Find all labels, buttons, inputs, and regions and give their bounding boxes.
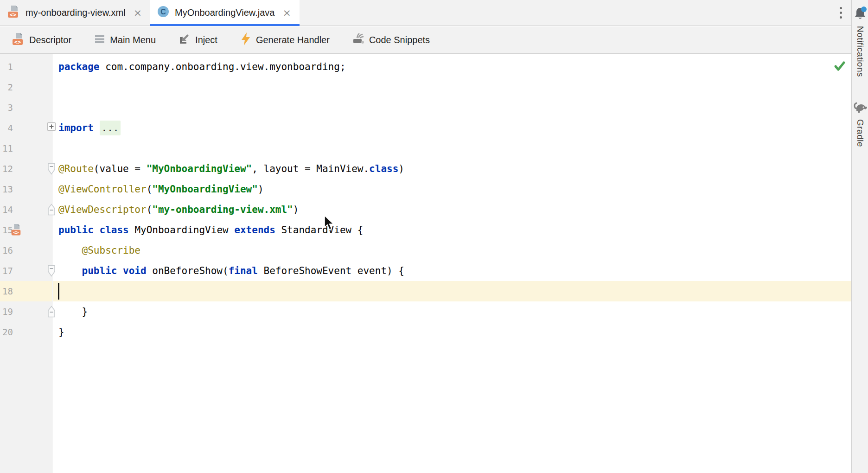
stripe-item-notifications[interactable]: Notifications [853, 6, 867, 77]
toolbar-inject-button[interactable]: Inject [178, 32, 217, 48]
gutter-row: 12 [0, 159, 52, 179]
snippets-icon [352, 32, 365, 48]
line-number: 4 [0, 118, 13, 138]
tab-myonboardingview-java[interactable]: C MyOnboardingView.java × [150, 0, 300, 26]
descriptor-file-icon: <> [11, 32, 25, 48]
code-token: ( [147, 184, 153, 195]
line-number: 18 [0, 281, 13, 301]
stripe-label: Gradle [855, 119, 865, 147]
code-line-11[interactable] [53, 138, 851, 159]
gutter-row: 20 [0, 322, 52, 342]
line-number: 1 [0, 57, 13, 77]
code-token: import [58, 122, 100, 134]
code-line-4[interactable]: import ... [53, 118, 851, 138]
code-token: BeforeShowEvent event) { [264, 265, 404, 276]
line-number: 19 [0, 301, 13, 322]
fold-marker-plus-box-icon[interactable] [47, 122, 56, 133]
code-token: @ViewController [58, 184, 147, 195]
code-line-14[interactable]: @ViewDescriptor("my-onboarding-view.xml"… [53, 199, 851, 220]
code-token: public class [58, 224, 134, 236]
code-token: public void [82, 265, 153, 276]
descriptor-file-icon[interactable]: <> [11, 223, 21, 238]
code-token [58, 245, 82, 256]
code-token: "my-onboarding-view.xml" [152, 204, 293, 215]
line-number: 2 [0, 77, 13, 97]
code-line-1[interactable]: package com.company.onboarding.view.myon… [53, 57, 851, 77]
code-token: "MyOnboardingView" [147, 163, 252, 174]
line-number: 13 [0, 179, 13, 199]
stripe-item-gradle[interactable]: Gradle [853, 101, 868, 147]
code-line-13[interactable]: @ViewController("MyOnboardingView") [53, 179, 851, 199]
code-line-18[interactable] [53, 281, 851, 301]
code-token: ) [398, 163, 404, 174]
tab-label: MyOnboardingView.java [175, 7, 274, 18]
right-toolwindow-stripe: Notifications Gradle [851, 0, 868, 473]
lightning-icon [240, 32, 252, 48]
toolbar-descriptor-button[interactable]: <> Descriptor [11, 32, 71, 48]
gutter-row: 2 [0, 77, 52, 97]
tab-label: my-onboarding-view.xml [26, 7, 126, 18]
line-number: 16 [0, 240, 13, 261]
code-line-12[interactable]: @Route(value = "MyOnboardingView", layou… [53, 159, 851, 179]
fold-marker-region-end-icon[interactable] [47, 204, 56, 218]
svg-text:<>: <> [13, 230, 19, 235]
gutter-row: 4 [0, 118, 52, 138]
line-number: 12 [0, 159, 13, 179]
code-token: package [58, 61, 105, 72]
code-line-20[interactable]: } [53, 322, 851, 342]
toolbar-main-menu-button[interactable]: Main Menu [94, 33, 156, 47]
code-token: extends [234, 224, 281, 236]
toolbar-code-snippets-button[interactable]: Code Snippets [352, 32, 430, 48]
code-line-15[interactable]: public class MyOnboardingView extends St… [53, 220, 851, 240]
gutter-row: 18 [0, 281, 52, 301]
line-number: 11 [0, 138, 13, 159]
code-token: onBeforeShow( [152, 265, 228, 276]
gutter-row: 14 [0, 199, 52, 220]
code-line-3[interactable] [53, 97, 851, 118]
gutter-row: 15<> [0, 220, 52, 240]
bell-icon [853, 6, 867, 23]
close-icon[interactable]: × [282, 8, 291, 18]
code-token: } [58, 326, 64, 338]
code-token: class [369, 163, 398, 174]
fold-marker-region-end-icon[interactable] [47, 306, 56, 320]
descriptor-file-icon: <> [6, 5, 20, 21]
editor-code-pane[interactable]: package com.company.onboarding.view.myon… [53, 54, 851, 473]
code-token [58, 265, 82, 276]
code-token: ( [147, 204, 153, 215]
code-token: StandardView { [281, 224, 363, 236]
gutter-row: 16 [0, 240, 52, 261]
code-line-19[interactable]: } [53, 301, 851, 322]
svg-text:<>: <> [10, 12, 16, 18]
code-token: } [58, 306, 88, 317]
close-icon[interactable]: × [134, 8, 142, 18]
code-token: com.company.onboarding.view.myonboarding… [105, 61, 345, 72]
code-line-17[interactable]: public void onBeforeShow(final BeforeSho… [53, 261, 851, 281]
gutter-row: 19 [0, 301, 52, 322]
editor-tab-bar: <> my-onboarding-view.xml × C MyOnboardi… [0, 0, 851, 26]
code-line-2[interactable] [53, 77, 851, 97]
code-token: ) [258, 184, 264, 195]
tab-options-kebab-icon[interactable] [837, 4, 845, 21]
code-token: , layout = MainView. [252, 163, 369, 174]
elephant-icon [853, 101, 868, 116]
line-number: 17 [0, 261, 13, 281]
gutter-row: 3 [0, 97, 52, 118]
editor-gutter: 12341112131415<>1617181920 [0, 54, 52, 473]
code-line-16[interactable]: @Subscribe [53, 240, 851, 261]
ide-window: <> my-onboarding-view.xml × C MyOnboardi… [0, 0, 868, 473]
tab-my-onboarding-view-xml[interactable]: <> my-onboarding-view.xml × [0, 0, 150, 26]
code-token: final [229, 265, 264, 276]
line-number: 14 [0, 199, 13, 220]
toolbar-generate-handler-button[interactable]: Generate Handler [240, 32, 330, 48]
code-editor[interactable]: 12341112131415<>1617181920 package com.c… [0, 54, 851, 473]
fold-marker-region-start-icon[interactable] [47, 265, 56, 279]
gutter-row: 1 [0, 57, 52, 77]
code-token: MyOnboardingView [134, 224, 234, 236]
inspections-ok-check-icon[interactable] [833, 60, 846, 74]
fold-marker-region-start-icon[interactable] [47, 163, 56, 177]
code-token: ) [293, 204, 299, 215]
code-token: @Subscribe [82, 245, 140, 256]
gutter-row: 11 [0, 138, 52, 159]
line-number: 3 [0, 97, 13, 118]
